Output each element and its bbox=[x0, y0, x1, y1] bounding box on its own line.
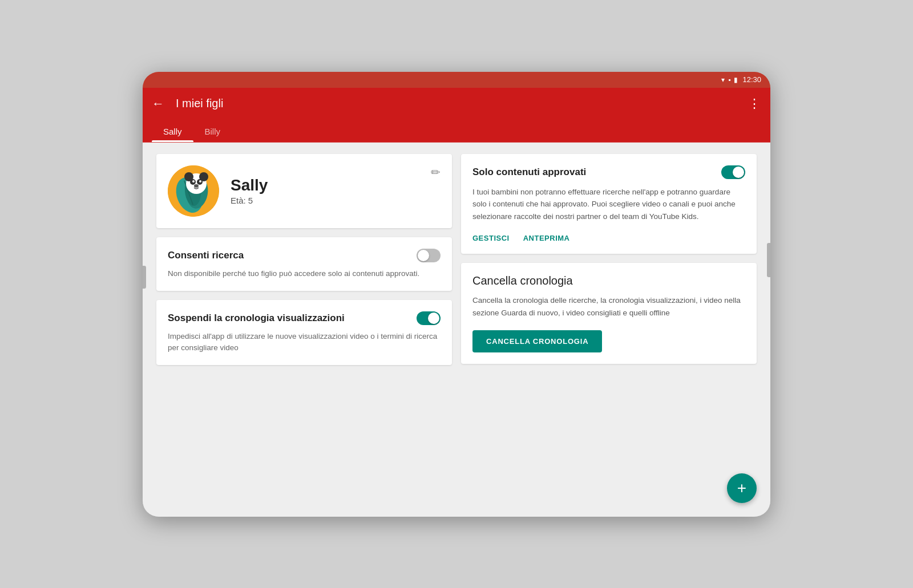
approved-toggle-knob bbox=[733, 167, 744, 178]
approved-card-actions: GESTISCI ANTEPRIMA bbox=[472, 234, 745, 242]
edit-profile-button[interactable]: ✏ bbox=[431, 165, 441, 179]
clear-card-inner: Cancella cronologia Cancella la cronolog… bbox=[472, 274, 745, 352]
tab-billy[interactable]: Billy bbox=[193, 120, 232, 142]
search-card-title: Consenti ricerca bbox=[168, 250, 244, 261]
back-button[interactable]: ← bbox=[152, 96, 164, 111]
clear-history-button[interactable]: CANCELLA CRONOLOGIA bbox=[472, 330, 602, 352]
tabs-bar: Sally Billy bbox=[143, 120, 770, 143]
history-card-title: Sospendi la cronologia visualizzazioni bbox=[168, 313, 345, 324]
status-time: 12:30 bbox=[742, 75, 761, 84]
approved-card: Solo contenuti approvati I tuoi bambini … bbox=[461, 154, 757, 254]
tab-sally[interactable]: Sally bbox=[152, 120, 193, 142]
more-options-button[interactable]: ⋮ bbox=[748, 96, 761, 111]
approved-toggle-container bbox=[721, 165, 745, 179]
search-toggle-container bbox=[417, 249, 441, 262]
approved-card-desc: I tuoi bambini non potranno effettuare r… bbox=[472, 186, 745, 223]
clear-history-card: Cancella cronologia Cancella la cronolog… bbox=[461, 263, 757, 364]
approved-toggle[interactable] bbox=[721, 165, 745, 179]
left-column: Sally Età: 5 ✏ Consenti ricerca Non disp… bbox=[156, 154, 452, 406]
clear-card-title: Cancella cronologia bbox=[472, 274, 745, 287]
svg-point-11 bbox=[199, 180, 201, 183]
anteprima-button[interactable]: ANTEPRIMA bbox=[523, 234, 570, 242]
profile-age: Età: 5 bbox=[231, 196, 419, 205]
search-toggle-knob bbox=[418, 250, 429, 261]
power-button[interactable] bbox=[767, 243, 770, 277]
avatar bbox=[168, 165, 219, 217]
status-bar: ▾ ▪ ▮ 12:30 bbox=[143, 72, 770, 88]
history-toggle[interactable] bbox=[417, 311, 441, 325]
svg-point-10 bbox=[192, 180, 195, 183]
history-card-desc: Impedisci all'app di utilizzare le nuove… bbox=[168, 331, 441, 354]
profile-name: Sally bbox=[231, 176, 419, 194]
search-card: Consenti ricerca Non disponibile perché … bbox=[156, 237, 452, 291]
fab-add-button[interactable]: + bbox=[727, 473, 757, 503]
history-card: Sospendi la cronologia visualizzazioni I… bbox=[156, 300, 452, 366]
search-toggle[interactable] bbox=[417, 249, 441, 262]
data-icon: ▪ bbox=[728, 76, 730, 84]
history-toggle-container bbox=[417, 311, 441, 325]
wifi-icon: ▾ bbox=[721, 76, 725, 84]
volume-button[interactable] bbox=[143, 266, 146, 289]
svg-point-12 bbox=[194, 184, 199, 188]
app-title: I miei figli bbox=[176, 97, 748, 110]
tablet-frame: ▾ ▪ ▮ 12:30 ← I miei figli ⋮ Sally Billy bbox=[143, 72, 770, 517]
profile-card: Sally Età: 5 ✏ bbox=[156, 154, 452, 228]
content-area: Sally Età: 5 ✏ Consenti ricerca Non disp… bbox=[143, 143, 770, 517]
gestisci-button[interactable]: GESTISCI bbox=[472, 234, 510, 242]
approved-card-title: Solo contenuti approvati bbox=[472, 167, 586, 178]
status-icons: ▾ ▪ ▮ bbox=[721, 76, 738, 84]
profile-info: Sally Età: 5 bbox=[231, 176, 419, 205]
battery-icon: ▮ bbox=[734, 76, 738, 84]
history-toggle-knob bbox=[428, 313, 439, 324]
app-bar: ← I miei figli ⋮ bbox=[143, 88, 770, 120]
right-column: Solo contenuti approvati I tuoi bambini … bbox=[461, 154, 757, 406]
clear-card-desc: Cancella la cronologia delle ricerche, l… bbox=[472, 294, 745, 319]
search-card-desc: Non disponibile perché tuo figlio può ac… bbox=[168, 268, 441, 279]
